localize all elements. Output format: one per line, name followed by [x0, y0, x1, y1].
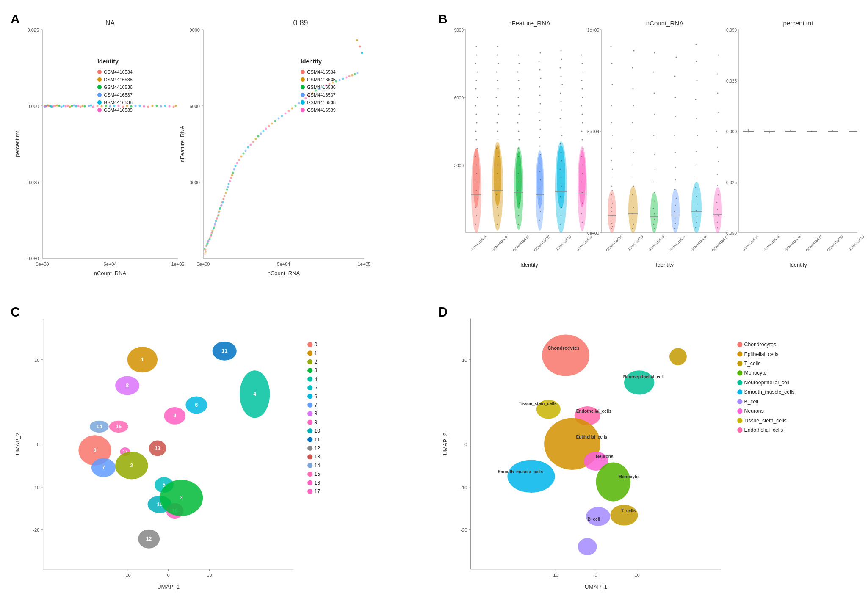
svg-point-658 [737, 427, 742, 433]
svg-text:GSM4416536: GSM4416536 [648, 234, 666, 252]
svg-point-178 [301, 70, 305, 74]
svg-point-313 [561, 110, 562, 111]
svg-point-648 [737, 380, 742, 385]
svg-point-644 [737, 361, 742, 366]
svg-point-654 [737, 408, 742, 414]
svg-point-275 [537, 154, 543, 209]
panel-d-svg: D 10 0 -10 -20 -10 0 10 [436, 301, 860, 604]
svg-point-116 [240, 156, 243, 158]
svg-text:0: 0 [94, 447, 97, 453]
svg-text:0.000: 0.000 [726, 130, 737, 134]
svg-point-109 [230, 177, 232, 179]
svg-point-244 [496, 72, 498, 73]
svg-text:GSM4416539: GSM4416539 [104, 108, 133, 113]
svg-text:1e+05: 1e+05 [171, 262, 185, 267]
svg-point-584 [307, 428, 312, 433]
svg-point-508 [832, 130, 833, 131]
svg-text:GSM4416535: GSM4416535 [627, 234, 644, 252]
svg-point-324 [579, 150, 586, 207]
svg-text:GSM4416535: GSM4416535 [104, 77, 133, 82]
svg-point-327 [582, 203, 583, 204]
svg-point-56 [156, 105, 158, 107]
svg-point-237 [497, 131, 498, 132]
svg-text:GSM4416534: GSM4416534 [470, 234, 488, 252]
svg-point-447 [696, 165, 697, 165]
svg-point-259 [518, 156, 519, 157]
svg-point-242 [498, 88, 499, 90]
svg-point-43 [101, 105, 103, 108]
svg-point-57 [160, 105, 162, 108]
svg-point-217 [475, 88, 477, 90]
svg-point-319 [561, 59, 562, 60]
svg-point-406 [654, 213, 655, 214]
svg-point-256 [518, 182, 519, 182]
svg-text:T_cells: T_cells [744, 361, 761, 367]
svg-point-504 [769, 130, 770, 130]
svg-point-231 [498, 182, 498, 182]
svg-point-435 [676, 57, 677, 58]
svg-point-60 [173, 106, 175, 108]
svg-point-26 [58, 105, 61, 107]
svg-point-23 [52, 105, 54, 108]
svg-point-35 [77, 105, 80, 107]
left-legend-title: Identity [97, 58, 119, 65]
svg-point-269 [517, 72, 519, 73]
svg-text:1: 1 [314, 350, 317, 356]
svg-point-204 [477, 199, 478, 199]
svg-point-596 [307, 480, 312, 485]
svg-point-329 [581, 182, 582, 182]
svg-point-118 [245, 150, 247, 152]
svg-point-466 [718, 161, 719, 162]
svg-point-215 [475, 105, 476, 107]
svg-point-32 [71, 105, 73, 107]
svg-point-337 [582, 114, 583, 115]
svg-point-394 [633, 139, 633, 140]
svg-text:Identity: Identity [656, 262, 674, 268]
svg-point-312 [560, 118, 561, 119]
svg-point-108 [229, 180, 231, 182]
svg-point-221 [476, 55, 478, 56]
svg-point-117 [243, 153, 245, 155]
svg-point-572 [307, 377, 312, 382]
svg-point-332 [581, 156, 582, 157]
svg-point-119 [247, 146, 249, 149]
panel-c-label: C [11, 305, 20, 319]
svg-text:2: 2 [130, 463, 133, 469]
svg-point-254 [519, 203, 520, 204]
svg-point-115 [238, 159, 240, 161]
svg-point-378 [611, 63, 613, 64]
svg-point-620 [669, 348, 687, 365]
panel-c-legend: 0 1 2 3 4 5 6 7 8 [307, 342, 320, 494]
svg-text:9000: 9000 [190, 28, 200, 33]
svg-text:11: 11 [221, 348, 227, 354]
svg-point-202 [476, 215, 477, 216]
svg-point-442 [696, 210, 697, 211]
svg-text:5e+04: 5e+04 [277, 262, 290, 267]
svg-point-175 [220, 205, 222, 207]
svg-point-594 [307, 472, 312, 477]
svg-point-169 [214, 225, 216, 227]
svg-point-429 [675, 167, 676, 168]
svg-text:8: 8 [126, 383, 129, 389]
svg-point-228 [498, 215, 499, 216]
svg-point-377 [612, 84, 613, 85]
svg-point-52 [139, 105, 141, 107]
svg-point-421 [674, 228, 675, 229]
svg-point-113 [235, 165, 237, 167]
svg-point-265 [518, 105, 520, 107]
svg-point-174 [219, 208, 221, 210]
svg-point-156 [356, 39, 358, 41]
svg-point-170 [215, 222, 216, 223]
svg-point-54 [147, 106, 149, 108]
left-x-label: nCount_RNA [94, 270, 127, 276]
svg-point-308 [561, 152, 561, 153]
svg-point-414 [654, 114, 655, 115]
svg-point-25 [56, 105, 58, 107]
svg-point-384 [633, 224, 634, 225]
svg-point-290 [539, 95, 541, 96]
svg-point-134 [291, 108, 293, 110]
svg-point-454 [696, 44, 697, 45]
svg-point-340 [582, 88, 583, 90]
svg-point-219 [477, 72, 478, 73]
violin-nfeature: nFeature_RNA 9000 6000 3000 [454, 19, 594, 268]
